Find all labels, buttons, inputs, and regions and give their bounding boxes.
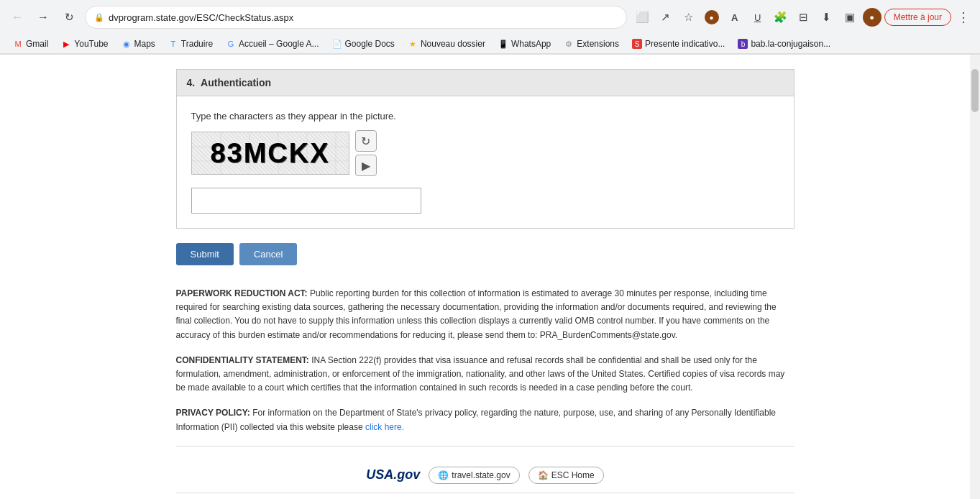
bab-favicon: b [738, 39, 748, 49]
bookmark-docs[interactable]: 📄 Google Docs [326, 37, 400, 51]
menu-dots-button[interactable]: ⋮ [954, 9, 973, 25]
authentication-section: 4. Authentication Type the characters as… [176, 69, 794, 229]
bookmark-google-label: Accueil – Google A... [239, 39, 319, 49]
confidentiality-text: CONFIDENTIALITY STATEMENT: INA Section 2… [176, 354, 794, 395]
bookmark-maps[interactable]: ◉ Maps [116, 37, 161, 51]
presente-favicon: S [632, 39, 642, 49]
bookmark-gmail-label: Gmail [26, 39, 48, 49]
captcha-instruction: Type the characters as they appear in th… [191, 111, 779, 122]
bookmark-youtube-label: YouTube [74, 39, 108, 49]
page-wrapper: 4. Authentication Type the characters as… [0, 55, 980, 499]
profile-icon-btn[interactable]: ● [702, 7, 722, 27]
nouveau-favicon: ★ [408, 39, 418, 49]
bookmark-extensions-label: Extensions [577, 39, 619, 49]
cancel-button[interactable]: Cancel [239, 243, 297, 265]
scrollbar-track [970, 55, 980, 499]
gmail-favicon: M [13, 39, 23, 49]
font-u-btn[interactable]: U [748, 7, 768, 27]
usa-gov-text: USA.gov [366, 467, 420, 482]
captcha-text: 83MCKX [210, 138, 329, 169]
globe-icon: 🌐 [438, 470, 449, 480]
submit-button[interactable]: Submit [176, 243, 234, 265]
history-icon-btn[interactable]: ⊟ [794, 7, 814, 27]
esc-home-link[interactable]: 🏠 ESC Home [528, 467, 604, 484]
lock-icon: 🔒 [94, 13, 104, 22]
toolbar-icons: ⬜ ↗ ☆ ● A U 🧩 ⊟ ⬇ ▣ ● Mettre à jour ⋮ [633, 7, 973, 27]
bookmark-google[interactable]: G Accueil – Google A... [220, 37, 324, 51]
page-content: 4. Authentication Type the characters as… [0, 55, 970, 499]
esc-home-text: ESC Home [551, 470, 595, 480]
section-header: 4. Authentication [177, 70, 794, 96]
bookmark-docs-label: Google Docs [345, 39, 395, 49]
scrollbar-thumb[interactable] [971, 69, 979, 112]
bookmark-traduire[interactable]: T Traduire [162, 37, 219, 51]
bookmark-presente[interactable]: S Presente indicativo... [626, 37, 731, 51]
captcha-audio-button[interactable]: ▶ [355, 155, 377, 176]
browser-toolbar: ← → ↻ 🔒 dvprogram.state.gov/ESC/CheckSta… [0, 0, 980, 35]
home-icon: 🏠 [538, 470, 549, 480]
back-button[interactable]: ← [7, 7, 27, 27]
cast-icon-btn[interactable]: ⬜ [633, 7, 653, 27]
bookmark-presente-label: Presente indicativo... [645, 39, 725, 49]
maps-favicon: ◉ [122, 39, 132, 49]
font-a-btn[interactable]: A [725, 7, 745, 27]
window-icon-btn[interactable]: ▣ [840, 7, 860, 27]
update-button[interactable]: Mettre à jour [884, 9, 951, 26]
section-body: Type the characters as they appear in th… [177, 96, 794, 228]
bookmark-bab[interactable]: b bab.la-conjugaison... [732, 37, 836, 51]
profile-avatar[interactable]: ● [863, 8, 881, 27]
forward-button[interactable]: → [33, 7, 53, 27]
bookmarks-bar: M Gmail ▶ YouTube ◉ Maps T Traduire G Ac… [0, 35, 980, 54]
puzzle-icon-btn[interactable]: 🧩 [771, 7, 791, 27]
privacy-click-here-link[interactable]: click here. [365, 422, 404, 432]
travel-link-text: travel.state.gov [452, 470, 510, 480]
bookmark-gmail[interactable]: M Gmail [7, 37, 54, 51]
bookmark-maps-label: Maps [134, 39, 155, 49]
confidentiality-heading: CONFIDENTIALITY STATEMENT: [176, 355, 309, 365]
bookmark-extensions[interactable]: ⚙ Extensions [558, 37, 625, 51]
section-number: 4. [187, 77, 196, 88]
captcha-refresh-button[interactable]: ↻ [355, 130, 377, 152]
youtube-favicon: ▶ [61, 39, 71, 49]
traduire-favicon: T [168, 39, 178, 49]
privacy-heading: PRIVACY POLICY: [176, 408, 250, 418]
star-icon-btn[interactable]: ☆ [679, 7, 699, 27]
browser-chrome: ← → ↻ 🔒 dvprogram.state.gov/ESC/CheckSta… [0, 0, 980, 55]
footer-divider [176, 446, 794, 447]
privacy-body: For information on the Department of Sta… [176, 408, 777, 431]
travel-state-gov-link[interactable]: 🌐 travel.state.gov [429, 467, 519, 484]
google-favicon: G [226, 39, 236, 49]
usa-gov-logo[interactable]: USA.gov [366, 467, 420, 482]
main-content: 4. Authentication Type the characters as… [90, 55, 881, 499]
bookmark-nouveau[interactable]: ★ Nouveau dossier [402, 37, 491, 51]
bookmark-nouveau-label: Nouveau dossier [421, 39, 485, 49]
paperwork-heading: PAPERWORK REDUCTION ACT: [176, 288, 308, 298]
captcha-row: 83MCKX ↻ ▶ [191, 130, 779, 176]
whatsapp-favicon: 📱 [498, 39, 508, 49]
url-text: dvprogram.state.gov/ESC/CheckStatus.aspx [109, 12, 618, 23]
bookmark-youtube[interactable]: ▶ YouTube [55, 37, 114, 51]
bookmark-traduire-label: Traduire [181, 39, 213, 49]
bookmark-whatsapp-label: WhatsApp [511, 39, 551, 49]
bottom-note: This site is managed by the Bureau of Co… [176, 493, 794, 499]
docs-favicon: 📄 [332, 39, 342, 49]
bookmark-bab-label: bab.la-conjugaison... [751, 39, 830, 49]
bookmark-whatsapp[interactable]: 📱 WhatsApp [493, 37, 557, 51]
paperwork-reduction-text: PAPERWORK REDUCTION ACT: Public reportin… [176, 287, 794, 342]
extensions-favicon: ⚙ [564, 39, 574, 49]
privacy-text: PRIVACY POLICY: For information on the D… [176, 406, 794, 434]
footer-links-bar: USA.gov 🌐 travel.state.gov 🏠 ESC Home [176, 458, 794, 493]
form-buttons: Submit Cancel [176, 243, 794, 265]
reload-button[interactable]: ↻ [59, 7, 79, 27]
section-title: Authentication [201, 77, 271, 88]
captcha-input[interactable] [191, 188, 421, 214]
address-bar[interactable]: 🔒 dvprogram.state.gov/ESC/CheckStatus.as… [85, 6, 627, 29]
download-icon-btn[interactable]: ⬇ [817, 7, 837, 27]
captcha-buttons: ↻ ▶ [355, 130, 377, 176]
share-icon-btn[interactable]: ↗ [656, 7, 676, 27]
captcha-image: 83MCKX [191, 132, 349, 175]
